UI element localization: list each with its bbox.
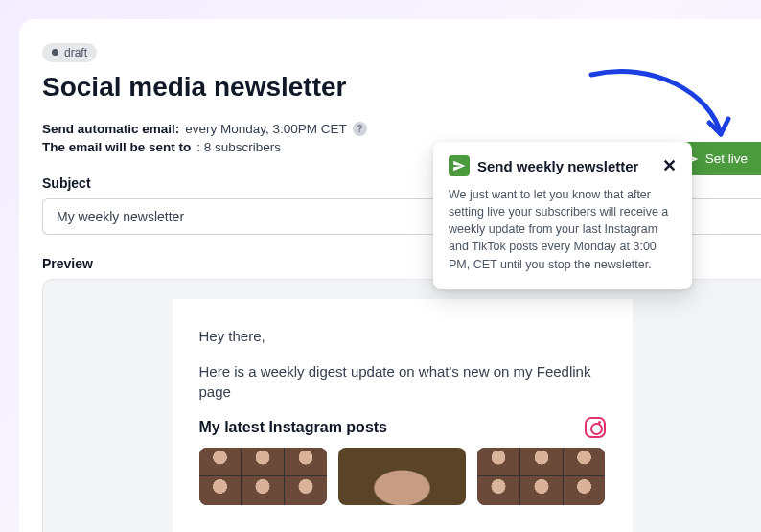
newsletter-editor-card: draft Social media newsletter Send autom… xyxy=(19,19,761,532)
status-badge: draft xyxy=(42,43,97,62)
status-dot-icon xyxy=(52,49,58,56)
instagram-icon xyxy=(585,417,606,438)
post-thumbnails xyxy=(199,448,606,505)
schedule-value: every Monday, 3:00PM CET xyxy=(185,122,347,136)
preview-panel: Hey there, Here is a weekly digest updat… xyxy=(42,279,761,533)
set-live-label: Set live xyxy=(705,151,748,166)
email-greeting: Hey there, xyxy=(199,326,606,346)
posts-header: My latest Instagram posts xyxy=(199,417,606,438)
popover-title: Send weekly newsletter xyxy=(477,158,655,174)
close-icon[interactable]: ✕ xyxy=(662,157,677,174)
schedule-line: Send automatic email: every Monday, 3:00… xyxy=(42,122,761,136)
page-title: Social media newsletter xyxy=(42,72,761,103)
popover-body: We just want to let you know that after … xyxy=(449,186,677,273)
email-preview-body: Hey there, Here is a weekly digest updat… xyxy=(173,299,633,533)
set-live-popover: Send weekly newsletter ✕ We just want to… xyxy=(433,142,692,289)
status-badge-label: draft xyxy=(64,46,87,59)
email-intro: Here is a weekly digest update on what's… xyxy=(199,361,606,402)
popover-header: Send weekly newsletter ✕ xyxy=(449,155,677,176)
popover-icon-box xyxy=(449,155,470,176)
posts-heading: My latest Instagram posts xyxy=(199,419,388,436)
schedule-label: Send automatic email: xyxy=(42,122,179,136)
paper-plane-icon xyxy=(452,159,466,173)
recipients-value: : 8 subscribers xyxy=(196,140,281,154)
help-icon[interactable]: ? xyxy=(353,122,367,136)
post-thumbnail[interactable] xyxy=(199,448,327,505)
post-thumbnail[interactable] xyxy=(338,448,466,505)
recipients-label: The email will be sent to xyxy=(42,140,191,154)
post-thumbnail[interactable] xyxy=(477,448,605,505)
